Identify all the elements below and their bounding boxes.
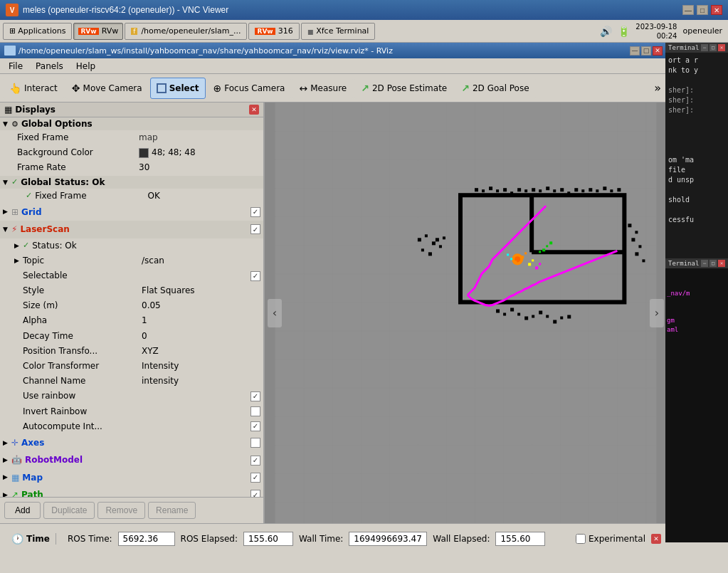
topic-row[interactable]: ▶ Topic /scan: [0, 253, 263, 268]
interact-icon: 👆: [9, 83, 21, 94]
close-button[interactable]: ✕: [711, 5, 722, 15]
interact-button[interactable]: 👆 Interact: [3, 78, 64, 99]
remove-button[interactable]: Remove: [97, 502, 145, 519]
toolbar-expand[interactable]: »: [651, 78, 664, 98]
path-checkbox[interactable]: ✓: [250, 490, 260, 497]
robot-model-checkbox[interactable]: ✓: [250, 456, 260, 466]
color-transformer-value: Intensity: [142, 359, 260, 373]
taskbar-xfce[interactable]: ▪ Xfce Terminal: [301, 23, 376, 40]
menu-file[interactable]: File: [3, 60, 28, 73]
gear-icon: ⚙: [11, 120, 19, 129]
path-label: Path: [21, 488, 250, 497]
taskbar-applications[interactable]: ⊞ Applications: [3, 23, 72, 40]
grid-row[interactable]: ▶ ⊞ Grid ✓: [0, 204, 263, 221]
viewport[interactable]: ‹ ›: [265, 102, 667, 523]
term2-min[interactable]: —: [701, 260, 708, 267]
svg-rect-16: [638, 245, 641, 248]
use-rainbow-checkbox[interactable]: ✓: [250, 391, 260, 401]
time-panel-close-button[interactable]: ✕: [651, 534, 661, 544]
taskbar-316[interactable]: RVw 316: [248, 23, 299, 40]
global-status-header[interactable]: ▼ ✓ Global Status: Ok: [0, 176, 263, 189]
axes-checkbox[interactable]: [250, 438, 260, 448]
laser-scan-header[interactable]: ▼ ⚡ LaserScan ✓: [0, 221, 263, 238]
rviz-close-button[interactable]: ✕: [653, 46, 663, 56]
svg-rect-30: [475, 188, 478, 191]
svg-rect-38: [532, 188, 535, 191]
add-button[interactable]: Add: [4, 502, 41, 519]
svg-rect-54: [546, 245, 548, 247]
svg-rect-43: [567, 191, 570, 194]
svg-rect-23: [524, 317, 528, 320]
terminal-line-12: file: [668, 165, 725, 175]
axes-row[interactable]: ▶ ✛ Axes: [0, 434, 263, 451]
menu-help[interactable]: Help: [70, 60, 101, 73]
restore-button[interactable]: □: [697, 5, 708, 15]
alpha-row: Alpha 1: [0, 313, 263, 328]
home-label: /home/openeuler/slam_...: [141, 26, 241, 36]
displays-panel-header: ▦ Displays ✕: [0, 102, 263, 117]
right-nav-arrow[interactable]: ›: [650, 299, 664, 327]
term-max[interactable]: □: [709, 44, 717, 51]
map-row[interactable]: ▶ ▦ Map ✓: [0, 469, 263, 486]
measure-button[interactable]: ↔ Measure: [292, 78, 353, 99]
laser-scan-checkbox[interactable]: ✓: [250, 224, 260, 234]
selectable-checkbox[interactable]: ✓: [250, 271, 260, 281]
panel-buttons: Add Duplicate Remove Rename: [0, 497, 263, 523]
t2-line-4: [667, 298, 727, 307]
wall-time-input[interactable]: 1694996693.47: [349, 532, 427, 546]
term-min[interactable]: —: [701, 44, 708, 51]
term-close[interactable]: ✕: [718, 44, 725, 51]
ros-elapsed-input[interactable]: 155.60: [243, 532, 293, 546]
svg-rect-58: [532, 259, 534, 261]
alpha-label: Alpha: [23, 314, 142, 327]
grid-checkbox[interactable]: ✓: [250, 207, 260, 217]
map-checkbox[interactable]: ✓: [250, 473, 260, 483]
apps-icon: ⊞: [9, 26, 16, 36]
displays-icon: ▦: [4, 105, 12, 115]
svg-rect-45: [581, 189, 584, 192]
taskbar-home[interactable]: f /home/openeuler/slam_...: [125, 23, 247, 40]
term2-max[interactable]: □: [709, 260, 717, 267]
menu-panels[interactable]: Panels: [30, 60, 69, 73]
taskbar-rvw[interactable]: RVw RVw: [73, 23, 123, 40]
invert-rainbow-checkbox[interactable]: [250, 406, 260, 416]
left-nav-arrow[interactable]: ‹: [268, 299, 282, 327]
move-camera-button[interactable]: ✥ Move Camera: [65, 78, 149, 99]
wall-elapsed-input[interactable]: 155.60: [495, 532, 545, 546]
minimize-button[interactable]: —: [682, 5, 694, 15]
duplicate-button[interactable]: Duplicate: [43, 502, 95, 519]
rviz-minimize-button[interactable]: —: [630, 46, 640, 56]
vnc-icon: V: [6, 4, 19, 16]
svg-rect-31: [482, 189, 485, 192]
frame-rate-row: Frame Rate 30: [0, 160, 263, 175]
svg-rect-14: [635, 231, 638, 233]
apps-label: Applications: [18, 26, 65, 36]
laser-status-row[interactable]: ▶ ✓ Status: Ok: [0, 238, 263, 253]
displays-panel: ▦ Displays ✕ ▼ ⚙ Global Options Fixed Fr…: [0, 102, 265, 523]
goal-pose-button[interactable]: ↗ 2D Goal Pose: [455, 78, 535, 99]
autocompute-checkbox[interactable]: ✓: [250, 421, 260, 431]
vnc-title: meles (openeuler-riscv64:2 (openeuler)) …: [23, 5, 682, 15]
global-options-header[interactable]: ▼ ⚙ Global Options: [0, 117, 263, 130]
path-row[interactable]: ▶ ↗ Path ✓: [0, 486, 263, 497]
svg-rect-47: [596, 189, 598, 192]
svg-rect-55: [539, 251, 541, 253]
316-label: 316: [278, 26, 293, 36]
second-terminal-titlebar: Terminal — □ ✕: [665, 258, 728, 268]
datetime-display: 2023-09-18 00:24: [635, 22, 677, 41]
svg-rect-49: [610, 189, 613, 192]
experimental-checkbox[interactable]: [576, 534, 586, 544]
channel-name-value: intensity: [142, 374, 260, 388]
robot-model-row[interactable]: ▶ 🤖 RobotModel ✓: [0, 451, 263, 468]
rviz-title: /home/openeuler/slam_ws/install/yahboomc…: [19, 46, 630, 56]
focus-camera-button[interactable]: ⊕ Focus Camera: [207, 78, 292, 99]
ros-time-input[interactable]: 5692.36: [118, 532, 175, 546]
move-camera-icon: ✥: [72, 83, 80, 94]
decay-time-row: Decay Time 0: [0, 329, 263, 344]
rviz-restore-button[interactable]: □: [641, 46, 651, 56]
pose-estimate-button[interactable]: ↗ 2D Pose Estimate: [354, 78, 453, 99]
displays-close-button[interactable]: ✕: [249, 105, 259, 115]
term2-close[interactable]: ✕: [718, 260, 725, 267]
rename-button[interactable]: Rename: [148, 502, 196, 519]
select-button[interactable]: Select: [150, 78, 206, 99]
